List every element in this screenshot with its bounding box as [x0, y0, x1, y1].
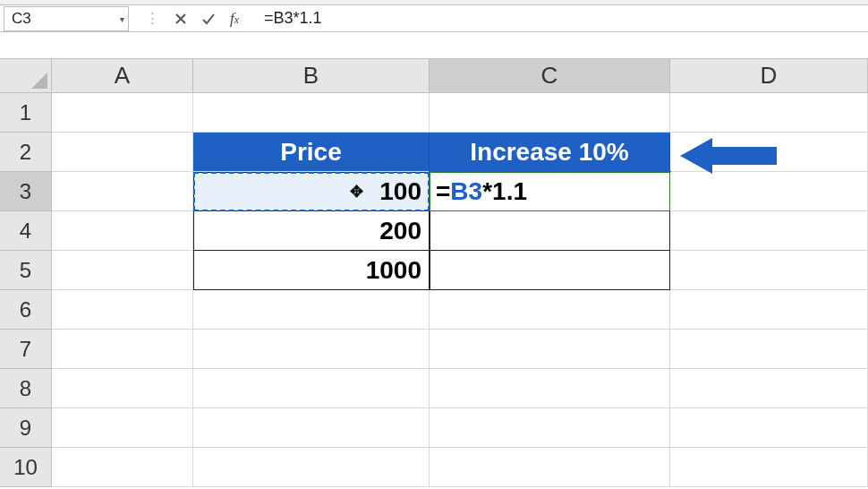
- col-header-D[interactable]: D: [670, 59, 868, 93]
- cell-A5[interactable]: [52, 251, 193, 290]
- cell-C3[interactable]: =B3*1.1: [430, 172, 670, 211]
- cell-B3[interactable]: ✥ 100: [193, 172, 430, 211]
- col-header-B[interactable]: B: [193, 59, 430, 93]
- name-box-dropdown-icon[interactable]: ▾: [120, 13, 124, 23]
- cell-A7[interactable]: [52, 330, 193, 369]
- cell-C8[interactable]: [430, 369, 670, 408]
- row-header-9[interactable]: 9: [0, 408, 52, 448]
- cell-C4[interactable]: [430, 211, 670, 251]
- row-header-10[interactable]: 10: [0, 448, 52, 487]
- row-header-2[interactable]: 2: [0, 133, 52, 172]
- cell-D5[interactable]: [670, 251, 868, 290]
- cell-C10[interactable]: [430, 448, 670, 487]
- select-all-corner[interactable]: [0, 59, 52, 93]
- row-header-6[interactable]: 6: [0, 290, 52, 330]
- col-header-C[interactable]: C: [430, 59, 670, 93]
- cell-B8[interactable]: [193, 369, 430, 408]
- cell-C6[interactable]: [430, 290, 670, 330]
- cell-C2[interactable]: Increase 10%: [430, 133, 670, 172]
- move-cursor-icon: ✥: [350, 182, 363, 202]
- fx-icon[interactable]: fx: [230, 10, 239, 28]
- row-header-4[interactable]: 4: [0, 211, 52, 251]
- cell-B5-value: 1000: [366, 256, 421, 285]
- cell-B4[interactable]: 200: [193, 211, 430, 251]
- cell-D3[interactable]: [670, 172, 868, 211]
- cell-B2[interactable]: Price: [193, 133, 430, 172]
- formula-bar-text[interactable]: =B3*1.1: [255, 9, 868, 28]
- cell-D10[interactable]: [670, 448, 868, 487]
- cell-A8[interactable]: [52, 369, 193, 408]
- cell-B9[interactable]: [193, 408, 430, 448]
- cell-D6[interactable]: [670, 290, 868, 330]
- cancel-icon[interactable]: [174, 13, 187, 25]
- cell-B5[interactable]: 1000: [193, 251, 430, 290]
- row-header-3[interactable]: 3: [0, 172, 52, 211]
- cell-D9[interactable]: [670, 408, 868, 448]
- name-box[interactable]: C3 ▾: [4, 6, 129, 31]
- row-header-1[interactable]: 1: [0, 93, 52, 133]
- svg-marker-0: [31, 73, 47, 89]
- cell-A1[interactable]: [52, 93, 193, 133]
- dotted-handle-icon: ⋮: [145, 9, 160, 28]
- cell-C7[interactable]: [430, 330, 670, 369]
- enter-icon[interactable]: [201, 13, 216, 25]
- cell-B4-value: 200: [379, 217, 421, 245]
- cell-A10[interactable]: [52, 448, 193, 487]
- cell-D2[interactable]: [670, 133, 868, 172]
- row-header-8[interactable]: 8: [0, 369, 52, 408]
- cell-D7[interactable]: [670, 330, 868, 369]
- cell-A2[interactable]: [52, 133, 193, 172]
- cell-A6[interactable]: [52, 290, 193, 330]
- table-header-price: Price: [280, 138, 342, 167]
- row-header-5[interactable]: 5: [0, 251, 52, 290]
- cell-B1[interactable]: [193, 93, 430, 133]
- cell-B6[interactable]: [193, 290, 430, 330]
- cell-B7[interactable]: [193, 330, 430, 369]
- cell-D4[interactable]: [670, 211, 868, 251]
- row-header-7[interactable]: 7: [0, 330, 52, 369]
- cell-C1[interactable]: [430, 93, 670, 133]
- col-header-A[interactable]: A: [52, 59, 193, 93]
- cell-D8[interactable]: [670, 369, 868, 408]
- cell-C5[interactable]: [430, 251, 670, 290]
- cell-C9[interactable]: [430, 408, 670, 448]
- cell-A4[interactable]: [52, 211, 193, 251]
- cell-D1[interactable]: [670, 93, 868, 133]
- spreadsheet-grid[interactable]: A B C D 1 2 Price Increase 10% 3 ✥ 100 =…: [0, 59, 868, 487]
- cell-B3-value: 100: [379, 177, 421, 206]
- table-header-increase: Increase 10%: [470, 138, 628, 167]
- cell-C3-formula: =B3*1.1: [436, 177, 527, 206]
- name-box-value: C3: [12, 10, 31, 28]
- cell-A3[interactable]: [52, 172, 193, 211]
- cell-B10[interactable]: [193, 448, 430, 487]
- cell-A9[interactable]: [52, 408, 193, 448]
- formula-bar: C3 ▾ ⋮ fx =B3*1.1: [0, 5, 868, 32]
